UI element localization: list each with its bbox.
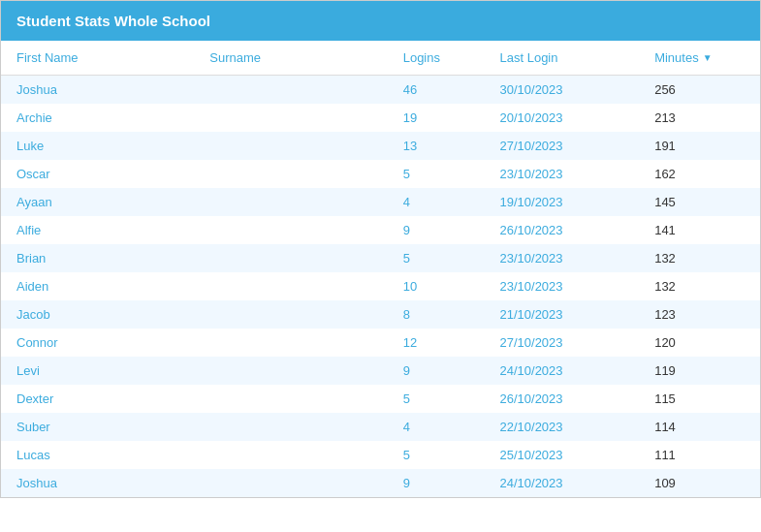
table-row[interactable]: Ayaan419/10/2023145 <box>1 188 760 216</box>
cell-surname <box>194 244 387 272</box>
cell-minutes: 191 <box>639 132 760 160</box>
table-row[interactable]: Joshua4630/10/2023256 <box>1 76 760 105</box>
cell-logins[interactable]: 46 <box>388 76 485 105</box>
cell-firstname[interactable]: Dexter <box>1 385 194 413</box>
cell-lastlogin[interactable]: 27/10/2023 <box>485 329 640 357</box>
cell-surname <box>194 216 387 244</box>
cell-surname <box>194 76 387 105</box>
sort-icon[interactable]: ▼ <box>703 52 713 63</box>
cell-lastlogin[interactable]: 21/10/2023 <box>485 300 640 329</box>
cell-lastlogin[interactable]: 24/10/2023 <box>485 469 640 497</box>
cell-surname <box>194 300 387 329</box>
cell-firstname[interactable]: Lucas <box>1 441 194 469</box>
cell-surname <box>194 272 387 300</box>
cell-logins[interactable]: 4 <box>388 188 485 216</box>
cell-lastlogin[interactable]: 26/10/2023 <box>485 385 640 413</box>
cell-logins[interactable]: 9 <box>388 469 485 497</box>
table-row[interactable]: Connor1227/10/2023120 <box>1 329 760 357</box>
cell-surname <box>194 329 387 357</box>
cell-minutes: 132 <box>639 272 760 300</box>
cell-lastlogin[interactable]: 23/10/2023 <box>485 244 640 272</box>
cell-lastlogin[interactable]: 23/10/2023 <box>485 160 640 188</box>
cell-minutes: 132 <box>639 244 760 272</box>
cell-firstname[interactable]: Levi <box>1 357 194 385</box>
table-row[interactable]: Alfie926/10/2023141 <box>1 216 760 244</box>
cell-firstname[interactable]: Jacob <box>1 300 194 329</box>
cell-lastlogin[interactable]: 20/10/2023 <box>485 104 640 132</box>
cell-minutes: 145 <box>639 188 760 216</box>
col-header-lastlogin[interactable]: Last Login <box>485 41 640 76</box>
cell-logins[interactable]: 10 <box>388 272 485 300</box>
cell-logins[interactable]: 5 <box>388 160 485 188</box>
cell-firstname[interactable]: Brian <box>1 244 194 272</box>
col-header-minutes[interactable]: Minutes ▼ <box>639 41 760 76</box>
cell-minutes: 114 <box>639 413 760 441</box>
cell-minutes: 109 <box>639 469 760 497</box>
cell-surname <box>194 160 387 188</box>
col-header-firstname[interactable]: First Name <box>1 41 194 76</box>
cell-surname <box>194 413 387 441</box>
cell-minutes: 115 <box>639 385 760 413</box>
cell-firstname[interactable]: Suber <box>1 413 194 441</box>
cell-lastlogin[interactable]: 30/10/2023 <box>485 76 640 105</box>
cell-minutes: 120 <box>639 329 760 357</box>
cell-lastlogin[interactable]: 27/10/2023 <box>485 132 640 160</box>
cell-logins[interactable]: 5 <box>388 441 485 469</box>
cell-firstname[interactable]: Ayaan <box>1 188 194 216</box>
cell-firstname[interactable]: Luke <box>1 132 194 160</box>
cell-surname <box>194 132 387 160</box>
cell-minutes: 119 <box>639 357 760 385</box>
cell-surname <box>194 441 387 469</box>
col-header-logins[interactable]: Logins <box>388 41 485 76</box>
cell-surname <box>194 104 387 132</box>
cell-firstname[interactable]: Oscar <box>1 160 194 188</box>
cell-minutes: 162 <box>639 160 760 188</box>
cell-lastlogin[interactable]: 22/10/2023 <box>485 413 640 441</box>
table-row[interactable]: Aiden1023/10/2023132 <box>1 272 760 300</box>
col-header-surname[interactable]: Surname <box>194 41 387 76</box>
cell-lastlogin[interactable]: 23/10/2023 <box>485 272 640 300</box>
table-row[interactable]: Suber422/10/2023114 <box>1 413 760 441</box>
cell-minutes: 256 <box>639 76 760 105</box>
table-row[interactable]: Levi924/10/2023119 <box>1 357 760 385</box>
table-row[interactable]: Oscar523/10/2023162 <box>1 160 760 188</box>
table-body: Joshua4630/10/2023256Archie1920/10/20232… <box>1 76 760 498</box>
cell-logins[interactable]: 9 <box>388 216 485 244</box>
table-row[interactable]: Jacob821/10/2023123 <box>1 300 760 329</box>
cell-lastlogin[interactable]: 19/10/2023 <box>485 188 640 216</box>
cell-firstname[interactable]: Joshua <box>1 469 194 497</box>
cell-firstname[interactable]: Aiden <box>1 272 194 300</box>
table-row[interactable]: Lucas525/10/2023111 <box>1 441 760 469</box>
cell-minutes: 141 <box>639 216 760 244</box>
table-row[interactable]: Joshua924/10/2023109 <box>1 469 760 497</box>
cell-logins[interactable]: 5 <box>388 244 485 272</box>
table-row[interactable]: Archie1920/10/2023213 <box>1 104 760 132</box>
cell-logins[interactable]: 19 <box>388 104 485 132</box>
cell-minutes: 213 <box>639 104 760 132</box>
cell-lastlogin[interactable]: 26/10/2023 <box>485 216 640 244</box>
cell-minutes: 111 <box>639 441 760 469</box>
cell-lastlogin[interactable]: 25/10/2023 <box>485 441 640 469</box>
cell-firstname[interactable]: Connor <box>1 329 194 357</box>
cell-logins[interactable]: 4 <box>388 413 485 441</box>
cell-logins[interactable]: 9 <box>388 357 485 385</box>
main-container: Student Stats Whole School First Name Su… <box>0 0 761 498</box>
cell-surname <box>194 385 387 413</box>
cell-minutes: 123 <box>639 300 760 329</box>
page-header: Student Stats Whole School <box>1 1 760 41</box>
table-row[interactable]: Luke1327/10/2023191 <box>1 132 760 160</box>
cell-firstname[interactable]: Alfie <box>1 216 194 244</box>
table-row[interactable]: Brian523/10/2023132 <box>1 244 760 272</box>
cell-logins[interactable]: 13 <box>388 132 485 160</box>
cell-lastlogin[interactable]: 24/10/2023 <box>485 357 640 385</box>
cell-logins[interactable]: 12 <box>388 329 485 357</box>
cell-surname <box>194 469 387 497</box>
page-title: Student Stats Whole School <box>16 13 210 29</box>
table-row[interactable]: Dexter526/10/2023115 <box>1 385 760 413</box>
cell-firstname[interactable]: Joshua <box>1 76 194 105</box>
cell-firstname[interactable]: Archie <box>1 104 194 132</box>
cell-logins[interactable]: 8 <box>388 300 485 329</box>
stats-table: First Name Surname Logins Last Login Min… <box>1 41 760 497</box>
table-header-row: First Name Surname Logins Last Login Min… <box>1 41 760 76</box>
cell-logins[interactable]: 5 <box>388 385 485 413</box>
